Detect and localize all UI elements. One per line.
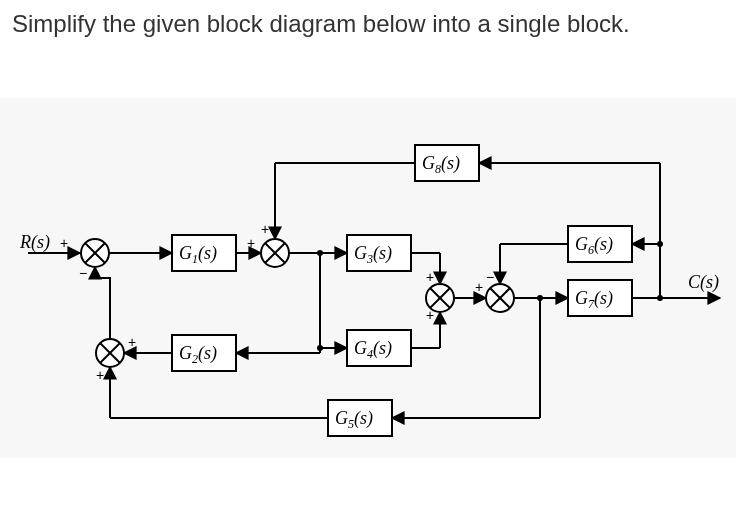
sign-plus-rs: + — [60, 235, 68, 251]
block-g8-label: G8(s) — [422, 153, 460, 176]
block-g2-label: G2(s) — [179, 343, 217, 366]
sign-plus-s2-top: + — [261, 221, 269, 237]
block-g7-label: G7(s) — [575, 288, 613, 311]
page: Simplify the given block diagram below i… — [0, 0, 736, 523]
summing-junction-4 — [486, 284, 514, 312]
sign-plus-s5-bottom: + — [96, 367, 104, 383]
sign-plus-s2-left: + — [247, 235, 255, 251]
question-text: Simplify the given block diagram below i… — [0, 0, 736, 52]
summing-junction-1 — [81, 239, 109, 267]
wire-s5-s1 — [95, 267, 110, 339]
summing-junction-2 — [261, 239, 289, 267]
block-g4-label: G4(s) — [354, 338, 392, 361]
sign-minus-s4-top: − — [486, 269, 494, 285]
sign-plus-s3-bottom: + — [426, 307, 434, 323]
input-label: R(s) — [19, 232, 50, 253]
block-g5-label: G5(s) — [335, 408, 373, 431]
output-label: C(s) — [688, 272, 719, 293]
block-g6-label: G6(s) — [575, 234, 613, 257]
diagram-svg: R(s) + G1(s) + — [0, 98, 736, 458]
sign-plus-s4-left: + — [475, 279, 483, 295]
sign-plus-s5-right: + — [128, 334, 136, 350]
sign-minus-s1-bottom: − — [79, 265, 87, 281]
block-g1-label: G1(s) — [179, 243, 217, 266]
summing-junction-5 — [96, 339, 124, 367]
sign-plus-s3-top: + — [426, 269, 434, 285]
block-diagram: R(s) + G1(s) + — [0, 98, 736, 458]
block-g3-label: G3(s) — [354, 243, 392, 266]
